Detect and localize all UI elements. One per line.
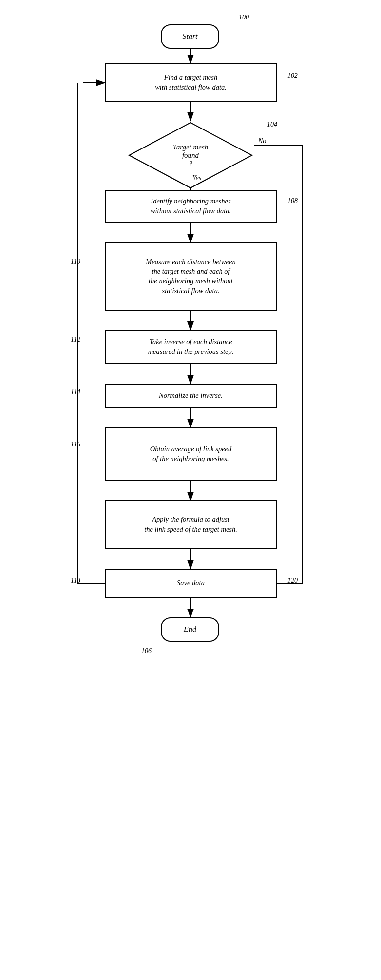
step-102-node: Find a target meshwith statistical flow … bbox=[105, 63, 277, 102]
step-108-label: Identify neighboring mesheswithout stati… bbox=[151, 197, 231, 216]
flowchart-diagram: Start 100 Find a target meshwith statist… bbox=[0, 0, 381, 980]
end-node: End bbox=[161, 617, 219, 642]
yes-label: Yes bbox=[192, 174, 201, 182]
ref-108: 108 bbox=[287, 197, 298, 205]
ref-100: 100 bbox=[239, 14, 249, 21]
no-label: No bbox=[258, 137, 266, 145]
ref-116: 116 bbox=[71, 441, 80, 448]
step-116-label: Obtain average of link speedof the neigh… bbox=[150, 444, 232, 463]
step-120-label: Save data bbox=[177, 578, 205, 588]
ref-106: 106 bbox=[141, 647, 152, 655]
ref-120: 120 bbox=[287, 577, 298, 585]
start-label: Start bbox=[182, 32, 197, 41]
ref-118: 118 bbox=[71, 577, 80, 585]
step-formula-node: Apply the formula to adjustthe link spee… bbox=[105, 500, 277, 549]
ref-112: 112 bbox=[71, 336, 80, 344]
step-120-node: Save data bbox=[105, 569, 277, 598]
step-108-node: Identify neighboring mesheswithout stati… bbox=[105, 190, 277, 223]
step-102-label: Find a target meshwith statistical flow … bbox=[155, 73, 227, 92]
step-114-label: Normalize the inverse. bbox=[159, 391, 223, 401]
step-112-node: Take inverse of each distancemeasured in… bbox=[105, 330, 277, 364]
step-116-node: Obtain average of link speedof the neigh… bbox=[105, 427, 277, 481]
step-formula-label: Apply the formula to adjustthe link spee… bbox=[144, 515, 237, 534]
start-node: Start bbox=[161, 24, 219, 49]
ref-114: 114 bbox=[71, 388, 80, 396]
ref-102: 102 bbox=[287, 72, 298, 80]
decision-104-node: Target meshfound? bbox=[127, 121, 254, 190]
end-label: End bbox=[184, 625, 196, 634]
ref-104: 104 bbox=[267, 121, 277, 129]
step-110-node: Measure each distance betweenthe target … bbox=[105, 242, 277, 311]
step-112-label: Take inverse of each distancemeasured in… bbox=[148, 337, 234, 356]
svg-marker-12 bbox=[129, 123, 252, 188]
step-114-node: Normalize the inverse. bbox=[105, 384, 277, 408]
step-110-label: Measure each distance betweenthe target … bbox=[146, 258, 235, 296]
ref-110: 110 bbox=[71, 258, 80, 266]
